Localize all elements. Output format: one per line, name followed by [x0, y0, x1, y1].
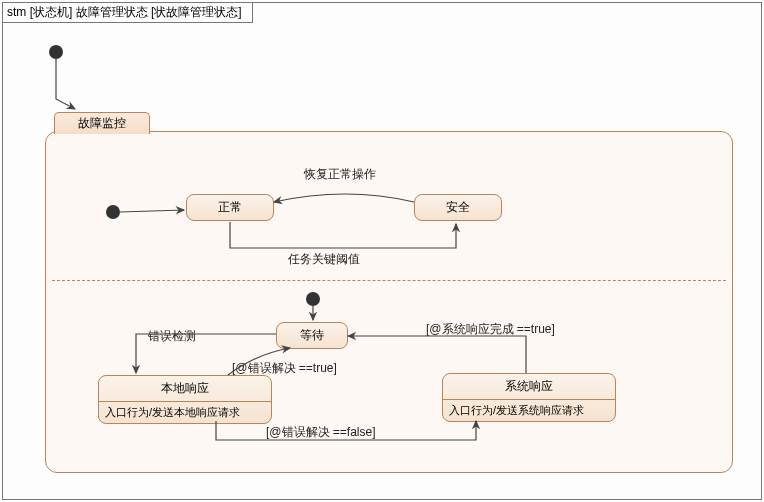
- transition-label-detect: 错误检测: [148, 328, 196, 345]
- state-wait-title: 等待: [277, 323, 347, 348]
- state-local: 本地响应 入口行为/发送本地响应请求: [98, 375, 272, 424]
- state-normal: 正常: [186, 194, 274, 221]
- composite-state-tab: 故障监控: [54, 112, 150, 134]
- transition-label-sys-done: [@系统响应完成 ==true]: [426, 321, 555, 338]
- state-system-title: 系统响应: [443, 374, 615, 399]
- diagram-frame: stm [状态机] 故障管理状态 [状故障管理状态] 故障监控 正常 安全 恢复…: [2, 2, 762, 500]
- frame-title: stm [状态机] 故障管理状态 [状故障管理状态]: [3, 3, 253, 23]
- region-separator: [52, 280, 726, 281]
- transition-label-resolved-true: [@错误解决 ==true]: [232, 360, 337, 377]
- transition-label-threshold: 任务关键阈值: [288, 251, 360, 268]
- state-safe-title: 安全: [415, 195, 501, 220]
- initial-pseudostate-outer: [49, 45, 63, 59]
- state-system: 系统响应 入口行为/发送系统响应请求: [442, 373, 616, 422]
- composite-state: 故障监控 正常 安全 恢复正常操作 任务关键阈值 等待 本地响应 入口行为/发送…: [45, 131, 733, 473]
- svg-line-0: [120, 210, 184, 212]
- initial-pseudostate-region2: [306, 292, 320, 306]
- state-system-entry: 入口行为/发送系统响应请求: [443, 400, 615, 421]
- transition-label-resolved-false: [@错误解决 ==false]: [266, 424, 376, 441]
- state-safe: 安全: [414, 194, 502, 221]
- state-wait: 等待: [276, 322, 348, 349]
- state-normal-title: 正常: [187, 195, 273, 220]
- transition-label-resume: 恢复正常操作: [304, 166, 376, 183]
- state-local-title: 本地响应: [99, 376, 271, 401]
- initial-pseudostate-region1: [106, 205, 120, 219]
- state-local-entry: 入口行为/发送本地响应请求: [99, 402, 271, 423]
